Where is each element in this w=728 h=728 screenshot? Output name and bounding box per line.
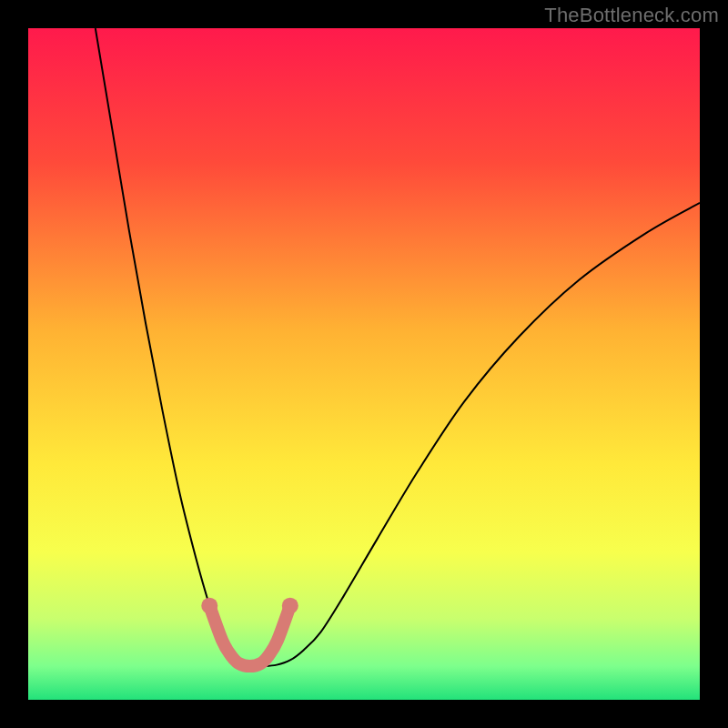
marker-left xyxy=(201,598,217,614)
plot-area xyxy=(28,28,700,700)
gradient-background xyxy=(28,28,700,700)
chart-svg xyxy=(28,28,700,700)
watermark-text: TheBottleneck.com xyxy=(544,4,719,27)
marker-right xyxy=(282,598,298,614)
chart-frame: TheBottleneck.com xyxy=(0,0,728,728)
